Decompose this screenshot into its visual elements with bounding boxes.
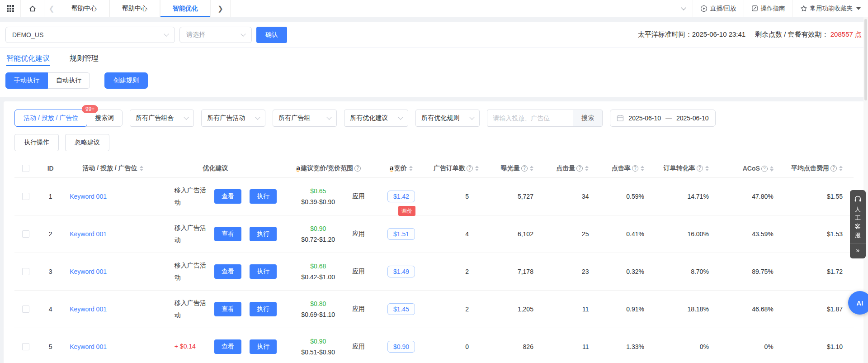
manual-execute-button[interactable]: 手动执行	[5, 72, 48, 89]
current-bid-pill[interactable]: $1.45	[387, 303, 415, 315]
row-id: 1	[37, 177, 64, 215]
row-checkbox[interactable]	[22, 230, 29, 238]
secondary-select[interactable]: 请选择	[179, 27, 252, 43]
keyword-link[interactable]: Keyword 001	[70, 193, 107, 200]
customer-service-widget[interactable]: 人工客服 »	[850, 190, 866, 258]
sort-ctr[interactable]	[641, 166, 644, 171]
keyword-link[interactable]: Keyword 001	[70, 230, 107, 238]
column-bid: a竞价	[369, 159, 434, 177]
browser-tab-help-2[interactable]: 帮助中心	[109, 0, 160, 17]
adgroup-filter-dropdown[interactable]: 所有广告组	[273, 110, 337, 127]
help-icon[interactable]: ?	[632, 165, 638, 172]
keyword-link[interactable]: Keyword 001	[70, 268, 107, 275]
view-button[interactable]: 查看	[214, 339, 241, 354]
run-button[interactable]: 执行	[250, 302, 277, 316]
guide-button[interactable]: 操作指南	[744, 0, 793, 17]
run-button[interactable]: 执行	[250, 227, 277, 241]
execute-action-button[interactable]: 执行操作	[14, 134, 59, 151]
suggestion-text: 移入广告活动	[175, 222, 211, 246]
current-bid-pill[interactable]: $0.90	[387, 341, 415, 353]
apps-grid-button[interactable]	[0, 0, 21, 17]
apply-link[interactable]: 应用	[352, 305, 365, 312]
view-button[interactable]: 查看	[214, 227, 241, 241]
row-checkbox[interactable]	[22, 268, 29, 275]
rule-filter-dropdown[interactable]: 所有优化规则	[415, 110, 480, 127]
impressions-value: 1,205	[480, 290, 544, 328]
row-checkbox[interactable]	[22, 306, 29, 313]
orders-value: 5	[434, 177, 480, 215]
apply-link[interactable]: 应用	[352, 192, 365, 200]
view-button[interactable]: 查看	[214, 302, 241, 316]
suggestion-filter-dropdown[interactable]: 所有优化建议	[344, 110, 408, 127]
column-acos: ACoS?	[720, 159, 784, 177]
table-row: 3 Keyword 001 移入广告活动 查看 执行 $0.68 $0.42-$…	[14, 253, 854, 290]
sort-acos[interactable]	[770, 166, 774, 172]
row-checkbox[interactable]	[22, 343, 29, 350]
view-button[interactable]: 查看	[214, 189, 241, 204]
caret-down-icon	[856, 7, 861, 10]
tabs-scroll-right-button[interactable]: ❯	[211, 0, 231, 17]
dropdown-value: 所有优化规则	[421, 114, 459, 122]
portfolio-filter-dropdown[interactable]: 所有广告组合	[130, 110, 194, 127]
current-bid-pill[interactable]: $1.42	[387, 191, 415, 202]
date-range-picker[interactable]: 2025-06-10 — 2025-06-10	[610, 110, 715, 127]
shop-select[interactable]: DEMO_US	[5, 27, 175, 43]
help-icon[interactable]: ?	[576, 165, 583, 172]
apply-link[interactable]: 应用	[352, 267, 365, 275]
tabs-scroll-left-button[interactable]: ❮	[44, 0, 59, 17]
pacific-time: 太平洋标准时间：2025-06-10 23:41	[638, 30, 745, 38]
column-ctr: 点击率?	[599, 159, 655, 177]
current-bid-pill[interactable]: $1.49	[387, 266, 415, 277]
sort-clicks[interactable]	[585, 166, 589, 171]
help-icon[interactable]: ?	[697, 165, 703, 172]
apply-link[interactable]: 应用	[352, 343, 365, 350]
row-checkbox[interactable]	[22, 193, 29, 200]
keyword-link[interactable]: Keyword 001	[70, 343, 107, 350]
help-icon[interactable]: ?	[521, 165, 528, 172]
dropdown-value: 所有广告活动	[207, 114, 245, 122]
sort-cvr[interactable]	[705, 166, 709, 171]
live-replay-button[interactable]: 直播/回放	[693, 0, 744, 17]
create-rule-button[interactable]: 创建规则	[104, 72, 148, 89]
sort-bid[interactable]	[409, 166, 413, 171]
sort-impressions[interactable]	[530, 166, 533, 171]
run-button[interactable]: 执行	[250, 264, 277, 279]
collapse-button[interactable]: »	[856, 245, 859, 255]
campaign-filter-dropdown[interactable]: 所有广告活动	[201, 110, 265, 127]
current-bid-pill[interactable]: $1.51	[387, 228, 415, 240]
keyword-search-input[interactable]	[487, 110, 573, 127]
tab-list-dropdown-button[interactable]	[675, 0, 693, 17]
browser-tab-smart-optimize[interactable]: 智能优化	[160, 0, 211, 17]
run-button[interactable]: 执行	[250, 189, 277, 204]
help-icon[interactable]: ?	[830, 165, 837, 172]
run-button[interactable]: 执行	[250, 339, 277, 354]
search-button[interactable]: 搜索	[573, 110, 603, 127]
sort-orders[interactable]	[475, 166, 479, 171]
confirm-button[interactable]: 确认	[256, 27, 287, 43]
customer-service-label: 人工客服	[855, 205, 861, 239]
segment-campaign-target-placement[interactable]: 活动 / 投放 / 广告位	[14, 110, 87, 127]
top-panel: DEMO_US 请选择 确认 太平洋标准时间：2025-06-10 23:41 …	[0, 22, 868, 97]
chevron-down-icon	[164, 31, 169, 36]
help-icon[interactable]: ?	[761, 166, 768, 172]
favorites-button[interactable]: 常用功能收藏夹	[793, 0, 868, 17]
scrollbar-thumb[interactable]	[864, 19, 867, 100]
ignore-suggestion-button[interactable]: 忽略建议	[65, 134, 109, 151]
play-circle-icon	[700, 5, 708, 12]
tab-smart-suggestions[interactable]: 智能优化建议	[6, 48, 50, 69]
tab-rule-management[interactable]: 规则管理	[70, 48, 99, 69]
view-button[interactable]: 查看	[214, 264, 241, 279]
chevron-right-icon: ❯	[217, 5, 223, 13]
sort-cpc[interactable]	[839, 166, 843, 171]
sort-target[interactable]	[140, 166, 143, 171]
keyword-link[interactable]: Keyword 001	[70, 306, 107, 313]
column-cvr: 订单转化率?	[655, 159, 720, 177]
select-all-checkbox[interactable]	[22, 165, 29, 172]
browser-tab-help-1[interactable]: 帮助中心	[59, 0, 109, 17]
help-icon[interactable]: ?	[354, 165, 361, 172]
ai-assistant-button[interactable]: AI	[848, 291, 868, 315]
apply-link[interactable]: 应用	[352, 230, 365, 237]
help-icon[interactable]: ?	[467, 165, 473, 172]
auto-execute-button[interactable]: 自动执行	[48, 72, 90, 89]
home-button[interactable]	[21, 0, 44, 17]
